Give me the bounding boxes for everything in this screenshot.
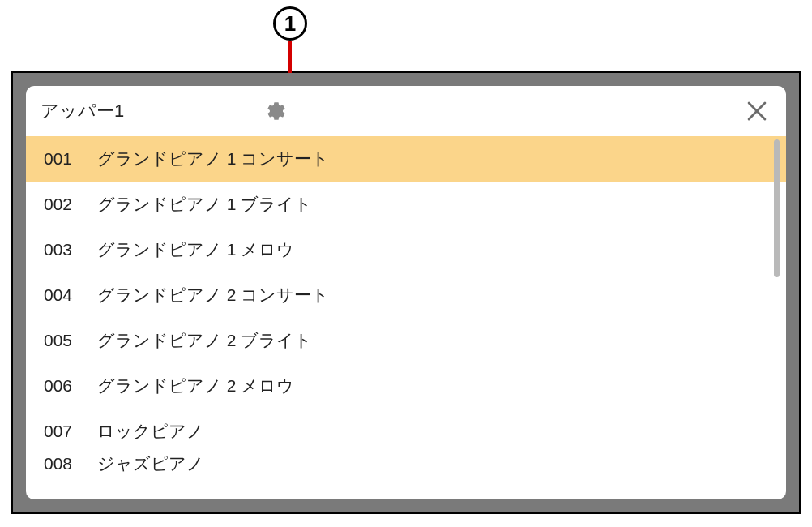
list-item[interactable]: 005グランドピアノ 2 ブライト xyxy=(26,318,786,363)
item-name: グランドピアノ 2 ブライト xyxy=(97,329,312,352)
item-name: グランドピアノ 1 コンサート xyxy=(97,148,329,170)
item-number: 008 xyxy=(44,454,97,473)
item-name: グランドピアノ 2 コンサート xyxy=(97,284,329,306)
list-item[interactable]: 001グランドピアノ 1 コンサート xyxy=(26,136,786,182)
item-name: グランドピアノ 1 ブライト xyxy=(97,193,312,216)
list-item[interactable]: 002グランドピアノ 1 ブライト xyxy=(26,182,786,227)
tone-list[interactable]: 001グランドピアノ 1 コンサート002グランドピアノ 1 ブライト003グラ… xyxy=(26,136,786,499)
close-button[interactable] xyxy=(739,93,775,129)
dialog-header: アッパー1 xyxy=(26,86,786,136)
item-number: 001 xyxy=(44,149,97,169)
settings-button[interactable] xyxy=(262,96,291,126)
list-item[interactable]: 004グランドピアノ 2 コンサート xyxy=(26,272,786,318)
scrollbar-thumb[interactable] xyxy=(774,139,780,277)
item-number: 003 xyxy=(44,240,97,259)
list-item[interactable]: 006グランドピアノ 2 メロウ xyxy=(26,363,786,409)
callout-number-circle: 1 xyxy=(273,6,307,41)
device-frame: アッパー1 001グランドピアノ 1 コンサート002グランドピアノ 1 ブライ… xyxy=(11,71,801,514)
gear-icon xyxy=(266,101,287,122)
item-number: 004 xyxy=(44,285,97,305)
item-name: グランドピアノ 1 メロウ xyxy=(97,238,294,261)
item-number: 007 xyxy=(44,422,97,441)
item-number: 006 xyxy=(44,376,97,396)
tone-select-dialog: アッパー1 001グランドピアノ 1 コンサート002グランドピアノ 1 ブライ… xyxy=(26,86,786,499)
callout-number: 1 xyxy=(284,11,296,36)
item-number: 005 xyxy=(44,331,97,350)
item-name: ロックピアノ xyxy=(97,420,204,443)
list-item[interactable]: 003グランドピアノ 1 メロウ xyxy=(26,227,786,272)
item-name: グランドピアノ 2 メロウ xyxy=(97,375,294,397)
list-viewport: 001グランドピアノ 1 コンサート002グランドピアノ 1 ブライト003グラ… xyxy=(26,136,786,499)
close-icon xyxy=(743,97,771,125)
dialog-title: アッパー1 xyxy=(41,99,124,123)
list-item[interactable]: 007ロックピアノ xyxy=(26,409,786,454)
item-name: ジャズピアノ xyxy=(97,454,204,473)
callout-pointer-line xyxy=(288,41,292,73)
list-item[interactable]: 008ジャズピアノ xyxy=(26,454,786,473)
callout-annotation: 1 xyxy=(273,6,307,73)
item-number: 002 xyxy=(44,195,97,214)
